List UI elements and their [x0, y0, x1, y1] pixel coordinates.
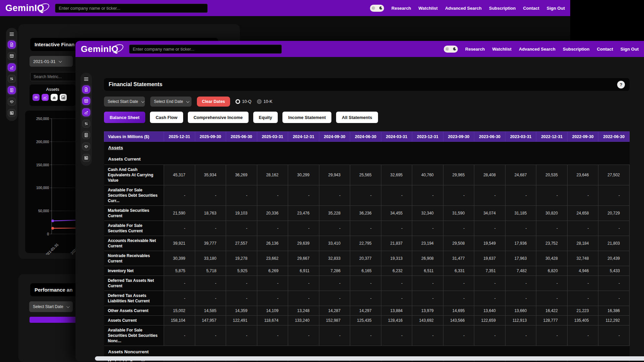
cell-value: 6,511 — [412, 266, 443, 276]
horizontal-scrollbar[interactable] — [95, 356, 644, 361]
row-label: Accounts Receivable Net Current — [104, 236, 164, 251]
area-chart-icon — [61, 95, 65, 100]
rail-trend-chart-button[interactable] — [8, 63, 16, 71]
nav-link-contact[interactable]: Contact — [523, 6, 539, 11]
brand-name: GeminIQ — [5, 3, 44, 13]
cell-value: - — [443, 221, 474, 236]
metric-card-label: Assets — [30, 87, 76, 92]
cell-value: 23,646 — [567, 165, 598, 185]
trend-chart-icon — [9, 65, 14, 70]
nav-link-research[interactable]: Research — [391, 6, 411, 11]
cell-value: 20,377 — [350, 251, 381, 266]
nav-link-advanced-search[interactable]: Advanced Search — [519, 47, 555, 52]
nav-link-research[interactable]: Research — [465, 47, 485, 52]
cell-value: - — [257, 276, 288, 291]
end-date-value: Select End Date — [154, 99, 183, 104]
menu-button[interactable] — [9, 31, 15, 37]
chevron-down-icon — [66, 305, 70, 308]
series-red-line — [53, 228, 75, 228]
cell-value: 122,659 — [474, 316, 505, 325]
nav-link-watchlist[interactable]: Watchlist — [419, 6, 438, 11]
brand-logo[interactable]: GeminIQ — [5, 3, 49, 13]
cell-value: 16,422 — [536, 306, 568, 316]
cell-value: 7,482 — [505, 266, 536, 276]
cell-value: - — [598, 276, 630, 291]
cell-value: 36,236 — [350, 206, 381, 221]
help-button[interactable]: ? — [617, 81, 625, 88]
start-date-select[interactable]: Select Start Date — [104, 97, 145, 107]
tab-balance-sheet[interactable]: Balance Sheet — [104, 112, 145, 123]
theme-toggle[interactable] — [370, 5, 384, 12]
nav-link-watchlist[interactable]: Watchlist — [492, 47, 512, 52]
cell-value: 27,557 — [226, 236, 257, 251]
brand-logo[interactable]: GeminIQ — [81, 44, 123, 54]
rail-file-text-button[interactable] — [8, 41, 16, 49]
cell-value: - — [288, 185, 319, 206]
cell-value: 27,502 — [598, 165, 630, 185]
nav-link-advanced-search[interactable]: Advanced Search — [445, 6, 482, 11]
nav-link-sign-out[interactable]: Sign Out — [547, 6, 565, 11]
theme-toggle[interactable] — [444, 46, 458, 53]
company-search-input[interactable] — [129, 45, 282, 54]
table-row: Inventory Net5,8755,7185,9256,2696,9117,… — [104, 266, 630, 276]
rail-news-button[interactable] — [8, 109, 16, 117]
table-header-values: Values in Millions ($) — [104, 132, 164, 142]
company-search-input[interactable] — [55, 4, 208, 13]
clear-dates-button[interactable]: Clear Dates — [197, 97, 230, 107]
cell-value: 40,760 — [412, 165, 443, 185]
tab-comprehensive-income[interactable]: Comprehensive Income — [188, 112, 249, 123]
table-header-row: Values in Millions ($)2025-12-312025-09-… — [104, 132, 630, 142]
cell-value: 118,674 — [257, 316, 288, 325]
cell-value: - — [164, 276, 195, 291]
cell-value: 20,729 — [598, 206, 630, 221]
nav-link-subscription[interactable]: Subscription — [489, 6, 516, 11]
metric-line-chart-button[interactable] — [42, 94, 49, 101]
table-header-date: 2022-12-31 — [536, 132, 568, 142]
nav-link-contact[interactable]: Contact — [597, 47, 613, 52]
cell-value: - — [381, 291, 412, 306]
performance-start-date-select[interactable]: Select Start Date — [29, 301, 73, 312]
rail-data-table-button[interactable] — [8, 52, 16, 60]
cell-value: - — [350, 276, 381, 291]
cell-value: - — [381, 325, 412, 346]
metric-area-chart-button[interactable] — [60, 94, 67, 101]
tab-income-statement[interactable]: Income Statement — [282, 112, 331, 123]
cell-value: - — [226, 291, 257, 306]
radio-10k[interactable]: 10-K — [257, 99, 272, 104]
rail-invoice-button[interactable] — [8, 86, 16, 94]
cell-value: - — [195, 185, 226, 206]
cell-value: - — [474, 276, 505, 291]
rail-handshake-button[interactable] — [8, 98, 16, 106]
table-row: Nontrade Receivables Current30,39933,180… — [104, 251, 630, 266]
chevron-down-icon — [58, 59, 62, 63]
radio-10q-label: 10-Q — [242, 99, 252, 104]
nav-link-sign-out[interactable]: Sign Out — [621, 47, 639, 52]
cell-value: - — [164, 291, 195, 306]
cell-value: 22,795 — [350, 236, 381, 251]
radio-10k-label: 10-K — [264, 99, 272, 104]
cell-value: - — [536, 221, 568, 236]
rail-sort-arrows-button[interactable] — [8, 75, 16, 83]
cell-value: 23,752 — [536, 236, 568, 251]
back-sidebar — [6, 28, 17, 121]
tab-cash-flow[interactable]: Cash Flow — [150, 112, 183, 123]
metric-eye-button[interactable] — [33, 94, 40, 101]
metric-bar-chart-button[interactable] — [51, 94, 58, 101]
tab-equity[interactable]: Equity — [253, 112, 278, 123]
table-header-date: 2025-09-30 — [195, 132, 226, 142]
table-row: Other Assets Current15,00214,58514,35914… — [104, 306, 630, 316]
cell-value: 125,435 — [350, 316, 381, 325]
interactive-panel-title-text: Interactive Finan — [35, 42, 74, 47]
chart-date-select[interactable]: 2021-01-31 — [30, 56, 73, 67]
cell-value: 30,820 — [536, 206, 568, 221]
cell-value: 128,777 — [536, 316, 568, 325]
cell-value: 6,232 — [381, 266, 412, 276]
radio-10q[interactable]: 10-Q — [235, 99, 252, 104]
page-title: Financial Statements — [109, 81, 162, 87]
cell-value: - — [288, 325, 319, 346]
cell-value: - — [474, 325, 505, 346]
cell-value: 19,278 — [226, 251, 257, 266]
nav-link-subscription[interactable]: Subscription — [563, 47, 589, 52]
tab-all-statements[interactable]: All Statements — [336, 112, 378, 123]
end-date-select[interactable]: Select End Date — [150, 97, 192, 107]
